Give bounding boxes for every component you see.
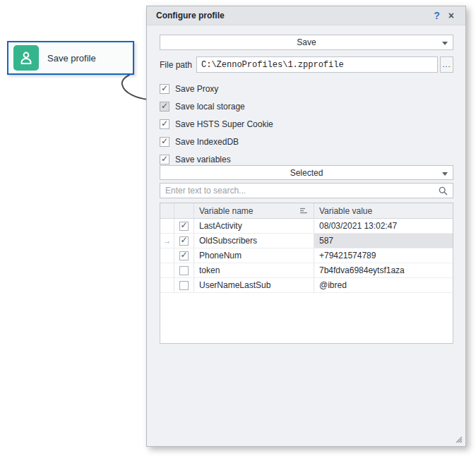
table-row[interactable]: token 7b4fdva6984eytsf1aza (160, 263, 453, 278)
checkbox-icon: ✓ (179, 236, 189, 246)
table-row[interactable]: ✓ LastActivity 08/03/2021 13:02:47 (160, 219, 453, 234)
dialog-titlebar[interactable]: Configure profile ? × (147, 6, 465, 25)
column-header-label: Variable name (199, 206, 254, 216)
indicator-column-header (160, 203, 174, 218)
checkbox-save-local-storage[interactable]: ✓ Save local storage (160, 97, 273, 115)
table-row[interactable]: ✓ PhoneNum +79421574789 (160, 248, 453, 263)
row-checkbox[interactable] (174, 263, 194, 277)
search-input[interactable]: Enter text to search... (160, 183, 453, 198)
variable-name-cell[interactable]: token (194, 263, 314, 277)
table-row[interactable]: UserNameLastSub @ibred (160, 278, 453, 293)
checkbox-label: Save HSTS Super Cookie (175, 119, 273, 129)
node-label: Save profile (47, 53, 96, 64)
save-mode-dropdown[interactable]: Save (160, 35, 453, 50)
row-indicator (160, 278, 174, 292)
table-header-row: Variable name Variable value (160, 203, 453, 219)
checkbox-icon: ✓ (160, 84, 169, 94)
close-icon[interactable]: × (444, 9, 458, 22)
variable-name-cell[interactable]: PhoneNum (194, 248, 314, 263)
variable-value-column-header[interactable]: Variable value (314, 203, 453, 218)
configure-profile-dialog: Configure profile ? × Save File path C:\… (146, 6, 466, 447)
variable-name-cell[interactable]: LastActivity (194, 219, 314, 233)
variable-value-cell[interactable]: 08/03/2021 13:02:47 (314, 219, 453, 233)
row-checkbox[interactable]: ✓ (174, 219, 194, 233)
checkbox-save-proxy[interactable]: ✓ Save Proxy (160, 80, 273, 97)
file-path-label: File path (160, 60, 196, 70)
checkbox-save-indexeddb[interactable]: ✓ Save IndexedDB (160, 133, 273, 150)
variable-name-cell[interactable]: OldSubscribers (194, 234, 314, 248)
table-row[interactable]: → ✓ OldSubscribers 587 (160, 234, 453, 248)
sort-ascending-icon (300, 208, 308, 214)
browse-button[interactable]: ... (440, 56, 453, 73)
variable-name-column-header[interactable]: Variable name (194, 203, 314, 218)
row-indicator (160, 263, 174, 277)
column-header-label: Variable value (319, 206, 372, 216)
help-icon[interactable]: ? (429, 9, 444, 22)
checkbox-save-hsts-super-cookie[interactable]: ✓ Save HSTS Super Cookie (160, 115, 273, 133)
current-row-arrow-icon: → (160, 234, 174, 248)
row-indicator (160, 248, 174, 263)
variable-value-cell-selected[interactable]: 587 (314, 234, 453, 248)
resize-grip[interactable] (453, 434, 463, 443)
save-profile-node[interactable]: Save profile (7, 41, 134, 75)
variables-filter-dropdown[interactable]: Selected (160, 165, 453, 180)
variable-name-cell[interactable]: UserNameLastSub (194, 278, 314, 292)
checkbox-icon: ✓ (179, 222, 189, 231)
checkbox-icon (179, 281, 189, 290)
chevron-down-icon (442, 172, 448, 176)
checkbox-icon (179, 266, 189, 275)
search-icon (439, 186, 448, 196)
checkbox-icon: ✓ (179, 251, 189, 260)
variable-value-cell[interactable]: @ibred (314, 278, 453, 292)
file-path-value: C:\ZennoProfiles\1.zpprofile (201, 60, 344, 70)
checkbox-icon: ✓ (160, 137, 169, 147)
dialog-title: Configure profile (156, 11, 429, 20)
file-path-row: File path C:\ZennoProfiles\1.zpprofile .… (160, 56, 453, 73)
save-options: ✓ Save Proxy ✓ Save local storage ✓ Save… (160, 80, 273, 168)
variables-table: Variable name Variable value ✓ (160, 203, 453, 344)
file-path-input[interactable]: C:\ZennoProfiles\1.zpprofile (196, 56, 438, 73)
checkbox-icon: ✓ (160, 119, 169, 129)
checkbox-icon: ✓ (160, 155, 169, 164)
variable-value-cell[interactable]: +79421574789 (314, 248, 453, 263)
variable-value-cell[interactable]: 7b4fdva6984eytsf1aza (314, 263, 453, 277)
flowchart-canvas: Save profile Configure profile ? × Save … (0, 0, 476, 456)
save-mode-value: Save (297, 37, 316, 47)
chevron-down-icon (442, 42, 448, 45)
search-placeholder: Enter text to search... (165, 186, 439, 196)
checkbox-icon: ✓ (160, 102, 169, 112)
row-checkbox[interactable] (174, 278, 194, 292)
checkbox-label: Save local storage (175, 102, 245, 112)
checkbox-column-header[interactable] (174, 203, 194, 218)
checkbox-label: Save Proxy (175, 84, 218, 94)
row-checkbox[interactable]: ✓ (174, 234, 194, 248)
checkbox-label: Save variables (175, 155, 231, 164)
row-checkbox[interactable]: ✓ (174, 248, 194, 263)
person-icon (13, 45, 39, 71)
row-indicator (160, 219, 174, 233)
variables-filter-value: Selected (290, 168, 323, 178)
checkbox-label: Save IndexedDB (175, 137, 239, 147)
